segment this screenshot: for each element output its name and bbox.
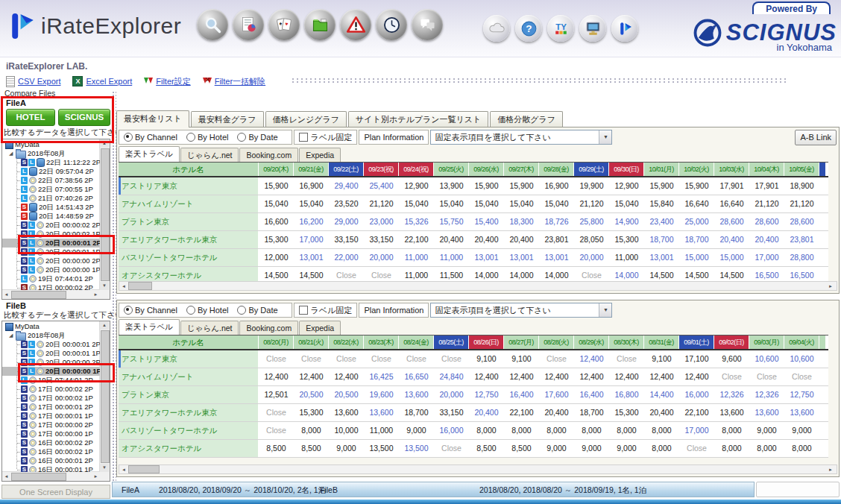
hotel-name-cell[interactable]: アエリアタワーホテル東京 <box>119 231 259 248</box>
date-header[interactable]: 09/04(火) <box>784 336 819 349</box>
by-date-radio[interactable]: By Date <box>237 133 277 142</box>
tree-item[interactable]: S17日 00:00:00 1P <box>2 429 100 438</box>
date-header[interactable]: 08/29(水) <box>574 336 609 349</box>
help-icon[interactable]: ? <box>515 15 542 42</box>
tree-item[interactable]: S16日 00:00:02 1P <box>2 447 100 456</box>
hotel-name-cell[interactable]: バスリゾートタワーホテル <box>119 422 259 439</box>
fileB-channel-tab-1[interactable]: 楽天トラベル <box>119 319 180 335</box>
date-header[interactable]: 08/20(月) <box>259 336 294 349</box>
hotel-name-cell[interactable]: アナハイムリゾート <box>119 195 259 212</box>
chat-icon[interactable] <box>412 9 443 40</box>
label-fix-checkbox[interactable]: ラベル固定 <box>294 303 358 318</box>
date-header[interactable]: 10/03(水) <box>714 163 749 176</box>
date-header[interactable]: 09/01(土) <box>679 336 714 349</box>
tab-5[interactable]: 価格分散グラフ <box>490 111 563 127</box>
clock-icon[interactable] <box>376 9 407 40</box>
fileB-channel-tab-2[interactable]: じゃらん.net <box>180 321 239 335</box>
tree-item[interactable]: SL20日 00:00:01 1P <box>2 349 100 358</box>
tree-item[interactable]: S16日 00:00:01 2P <box>2 456 100 465</box>
hotel-name-header[interactable]: ホテル名 <box>119 336 259 349</box>
fileA-channel-tab-2[interactable]: じゃらん.net <box>180 148 239 162</box>
date-header[interactable]: 10/05(金) <box>784 163 819 176</box>
fileB-channel-tab-4[interactable]: Expedia <box>299 321 341 335</box>
tree-item[interactable]: SL20日 00:00:01 1P <box>2 248 100 256</box>
date-header[interactable]: 08/22(水) <box>329 336 364 349</box>
date-header[interactable]: 10/04(木) <box>749 163 784 176</box>
ty-icon[interactable]: TY <box>547 15 574 42</box>
tree-item[interactable]: L22日 07:38:56 2P <box>2 176 100 185</box>
expand-icon[interactable]: ◢ <box>9 331 14 340</box>
fileA-channel-tab-3[interactable]: Booking.com <box>239 148 298 162</box>
date-header[interactable]: 09/27(木) <box>504 163 539 176</box>
tree-item[interactable]: L19日 07:44:01 2P <box>2 376 100 385</box>
tree-item[interactable]: SL20日 00:00:00 2P <box>2 256 100 265</box>
tree-item[interactable]: SL20日 00:00:01 2P <box>2 340 100 349</box>
fixed-display-item-select[interactable]: 固定表示項目を選択して下さい▼ <box>430 130 612 145</box>
filter-clear-link[interactable]: Filter一括解除 <box>203 76 265 87</box>
irate-mini-icon[interactable] <box>611 15 638 42</box>
tree-item[interactable]: SL20日 00:00:01 2P <box>2 239 100 248</box>
date-header[interactable]: 08/31(金) <box>644 336 679 349</box>
date-header[interactable]: 08/26(日) <box>469 336 504 349</box>
label-fix-checkbox[interactable]: ラベル固定 <box>294 130 358 145</box>
date-header[interactable]: 09/24(祝) <box>399 163 434 176</box>
hotel-name-cell[interactable]: オアシスタワーホテル <box>119 440 259 457</box>
date-header[interactable]: 08/28(火) <box>539 336 574 349</box>
excel-export-link[interactable]: Excel Export <box>72 76 132 86</box>
tree-item[interactable]: S17日 00:00:01 2P <box>2 403 100 412</box>
cards-icon[interactable]: ♠♥ <box>268 9 300 40</box>
hotel-name-cell[interactable]: アエリアタワーホテル東京 <box>119 404 259 421</box>
tree-root-mydata[interactable]: MyData <box>2 140 100 149</box>
tree-item[interactable]: S17日 00:00:01 1P <box>2 412 100 420</box>
date-header[interactable]: 10/01(月) <box>644 163 679 176</box>
by-channel-radio[interactable]: By Channel <box>124 306 177 315</box>
date-header[interactable]: 08/21(火) <box>294 336 329 349</box>
tree-item[interactable]: S17日 00:00:02 2P <box>2 385 100 394</box>
date-header[interactable]: 09/21(金) <box>294 163 329 176</box>
tree-item[interactable]: L22日 09:57:04 2P <box>2 167 100 176</box>
tree-item[interactable]: SL20日 00:00:00 1P <box>2 367 100 376</box>
splitter-grip-dots[interactable] <box>291 78 789 84</box>
ab-link-button[interactable]: A-B Link <box>795 130 837 145</box>
date-header[interactable]: 09/20(木) <box>259 163 294 176</box>
fileA-table-hscrollbar[interactable]: ◄► <box>119 281 837 291</box>
date-header[interactable]: 09/28(金) <box>539 163 574 176</box>
cloud-icon[interactable] <box>483 15 510 42</box>
tab-3[interactable]: 価格レンジグラフ <box>265 111 347 127</box>
search-icon[interactable] <box>197 9 228 40</box>
tree-item[interactable]: SL22日 11:12:22 2P <box>2 158 100 167</box>
expand-icon[interactable]: ◢ <box>9 149 14 158</box>
date-header[interactable]: 09/03(月) <box>749 336 784 349</box>
tree-item[interactable]: L21日 07:40:26 2P <box>2 194 100 203</box>
hotel-name-cell[interactable]: プラトン東京 <box>119 386 259 403</box>
hotel-name-cell[interactable]: アナハイムリゾート <box>119 368 259 385</box>
tree-month-folder[interactable]: ◢2018年08月 <box>2 331 100 340</box>
hotel-name-cell[interactable]: アストリア東京 <box>119 177 259 195</box>
tree-item[interactable]: S17日 00:00:02 1P <box>2 394 100 403</box>
hotel-name-cell[interactable]: プラトン東京 <box>119 213 259 230</box>
tree-item[interactable]: S17日 00:00:00 2P <box>2 420 100 429</box>
date-header[interactable]: 09/29(土) <box>574 163 609 176</box>
fileA-tree-hscrollbar[interactable]: ◄► <box>2 289 100 299</box>
tree-item[interactable]: S17日 00:00:02 2P <box>2 283 100 290</box>
one-screen-display-button[interactable]: One Screen Display <box>1 485 110 499</box>
tab-1[interactable]: 最安料金リスト <box>116 110 189 127</box>
scignus-button[interactable]: SCIGNUS <box>58 109 110 126</box>
folder-icon[interactable] <box>304 9 336 40</box>
tree-item[interactable]: L19日 07:44:01 2P <box>2 274 100 283</box>
tree-item[interactable]: SL20日 00:00:02 2P <box>2 221 100 230</box>
tree-item[interactable]: SL20日 00:00:02 1P <box>2 230 100 239</box>
fileA-channel-tab-4[interactable]: Expedia <box>299 148 341 162</box>
tree-item[interactable]: S16日 00:00:01 1P <box>2 465 100 472</box>
date-header[interactable]: 09/23(祝) <box>364 163 399 176</box>
by-date-radio[interactable]: By Date <box>237 306 277 315</box>
date-header[interactable]: 09/02(日) <box>714 336 749 349</box>
by-channel-radio[interactable]: By Channel <box>124 133 177 142</box>
date-header[interactable]: 10/02(火) <box>679 163 714 176</box>
fileB-channel-tab-3[interactable]: Booking.com <box>239 321 298 335</box>
date-header[interactable]: 09/25(火) <box>434 163 469 176</box>
fileA-channel-tab-1[interactable]: 楽天トラベル <box>119 146 180 162</box>
tab-4[interactable]: サイト別ホテルプラン一覧リスト <box>348 111 488 127</box>
tree-item[interactable]: S16日 00:00:02 2P <box>2 438 100 447</box>
hotel-name-cell[interactable]: バスリゾートタワーホテル <box>119 249 259 266</box>
